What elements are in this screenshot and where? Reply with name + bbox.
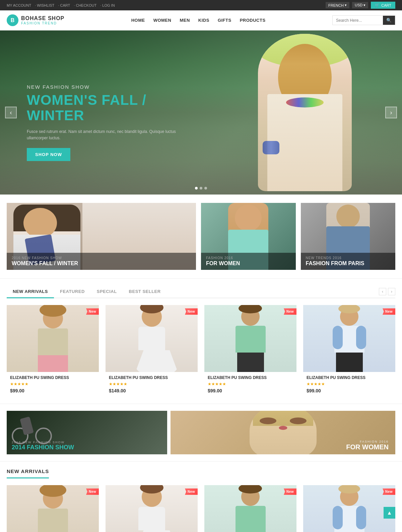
category-overlay: NEW TRENDS 2016 FASHION FROM PARIS bbox=[301, 253, 396, 270]
cart-icon: 🛒 bbox=[375, 3, 380, 7]
search-button[interactable]: 🔍 bbox=[383, 16, 395, 25]
product-info: ELIZABETH PU SWING DRESS ★★★★★ $149.00 bbox=[106, 372, 198, 397]
cart-button[interactable]: 🛒 CART bbox=[371, 2, 395, 9]
chevron-left-icon: ‹ bbox=[382, 289, 383, 294]
product-name: ELIZABETH PU SWING DRESS bbox=[10, 375, 95, 380]
product-card[interactable]: New ELIZABETH PU SWING DRESS ★★★★★ $99.0… bbox=[7, 305, 99, 397]
category-banner-paris[interactable]: NEW TRENDS 2016 FASHION FROM PARIS bbox=[301, 203, 396, 270]
product-card[interactable]: New ELIZABETH PU SWING DRESS ★★★★★ $149.… bbox=[106, 485, 198, 532]
my-account-link[interactable]: MY ACCOUNT bbox=[7, 3, 31, 7]
tab-special[interactable]: SPECIAL bbox=[91, 286, 123, 298]
new-badge: New bbox=[185, 488, 198, 495]
cart-link[interactable]: CART bbox=[60, 3, 70, 7]
product-info: ELIZABETH PU SWING DRESS ★★★★★ $99.00 bbox=[303, 372, 395, 397]
promo-sub-label: 2016 NEW FASHION SHOW bbox=[12, 441, 74, 444]
product-card[interactable]: New ELIZABETH PU SWING DRESS ★★★★★ $149.… bbox=[106, 305, 198, 397]
category-name: FASHION FROM PARIS bbox=[306, 260, 391, 267]
search-input[interactable] bbox=[333, 16, 383, 25]
product-name: ELIZABETH PU SWING DRESS bbox=[208, 375, 293, 380]
category-overlay: FASHION 2016 FOR WOMEN bbox=[201, 253, 296, 270]
scroll-to-top-button[interactable]: ▲ bbox=[384, 507, 395, 519]
nav-home[interactable]: HOME bbox=[128, 16, 148, 24]
logo[interactable]: B BOHASE SHOP FASHION TREND bbox=[7, 14, 64, 26]
slider-dot-3[interactable] bbox=[204, 187, 207, 189]
product-price: $149.00 bbox=[109, 388, 194, 393]
promo-right-title: FOR WOMEN bbox=[346, 443, 389, 451]
new-badge: New bbox=[383, 308, 395, 315]
tab-best-seller[interactable]: BEST SELLER bbox=[123, 286, 167, 298]
nav-women[interactable]: WOMEN bbox=[150, 16, 175, 24]
arrow-up-icon: ▲ bbox=[387, 510, 392, 516]
new-badge: New bbox=[185, 308, 198, 315]
category-banner-for-women[interactable]: FASHION 2016 FOR WOMEN bbox=[201, 203, 296, 270]
product-image-wrap: New bbox=[303, 305, 395, 372]
wishlist-link[interactable]: WISHLIST bbox=[37, 3, 54, 7]
product-card[interactable]: New ELIZABETH PU SWING DRESS ★★★★★ $99.0… bbox=[303, 305, 395, 397]
logo-text: BOHASE SHOP FASHION TREND bbox=[21, 15, 64, 25]
tab-next-button[interactable]: › bbox=[388, 288, 395, 295]
shop-now-button[interactable]: SHOP NOW bbox=[27, 148, 70, 161]
main-nav: HOME WOMEN MEN KIDS GIFTS PRODUCTS bbox=[128, 16, 269, 24]
header: B BOHASE SHOP FASHION TREND HOME WOMEN M… bbox=[0, 10, 402, 30]
product-image-wrap: New bbox=[204, 485, 296, 532]
slider-dots bbox=[195, 187, 207, 189]
category-year: FASHION 2016 bbox=[206, 256, 291, 260]
promo-banner-for-women[interactable]: FASHION 2016 FOR WOMEN bbox=[171, 411, 395, 454]
section-title: NEW ARRIVALS bbox=[7, 468, 49, 478]
promo-content: 2016 NEW FASHION SHOW 2014 FASHION SHOW bbox=[12, 441, 74, 451]
chevron-down-icon: ▾ bbox=[345, 3, 347, 7]
category-banner-women-fall[interactable]: 2016 NEW FASHION SHOW WOMEN'S FALL / WIN… bbox=[7, 203, 196, 270]
slider-dot-1[interactable] bbox=[195, 187, 198, 189]
chevron-down-icon: ▾ bbox=[363, 3, 365, 7]
tab-new-arrivals[interactable]: NEW ARRIVALS bbox=[7, 286, 54, 298]
slider-dot-2[interactable] bbox=[200, 187, 202, 189]
login-link[interactable]: LOG IN bbox=[102, 3, 115, 7]
promo-banner-fashion-show[interactable]: 2016 NEW FASHION SHOW 2014 FASHION SHOW bbox=[7, 411, 167, 454]
tab-prev-button[interactable]: ‹ bbox=[379, 288, 386, 295]
product-info: ELIZABETH PU SWING DRESS ★★★★★ $99.00 bbox=[204, 372, 296, 397]
chevron-left-icon: ‹ bbox=[10, 109, 12, 116]
checkout-link[interactable]: CHECKOUT bbox=[76, 3, 96, 7]
product-card[interactable]: New ELIZABETH PU SWING DRESS ★★★★★ $99.0… bbox=[204, 305, 296, 397]
product-image-wrap: New bbox=[7, 305, 99, 372]
nav-kids[interactable]: KIDS bbox=[195, 16, 213, 24]
product-info: ELIZABETH PU SWING DRESS ★★★★★ $99.00 bbox=[7, 372, 99, 397]
promo-title: 2014 FASHION SHOW bbox=[12, 444, 74, 451]
product-name: ELIZABETH PU SWING DRESS bbox=[307, 375, 392, 380]
product-price: $99.00 bbox=[10, 388, 95, 393]
product-card[interactable]: New ELIZABETH PU SWING DRESS ★★★★★ $99.0… bbox=[204, 485, 296, 532]
new-badge: New bbox=[86, 488, 99, 495]
new-badge: New bbox=[383, 488, 395, 495]
category-name: WOMEN'S FALL / WINTER bbox=[12, 260, 191, 267]
hero-title: WOMEN'S FALL / WINTER bbox=[27, 92, 194, 123]
brand-name: BOHASE SHOP bbox=[21, 15, 64, 21]
product-rating: ★★★★★ bbox=[109, 382, 194, 386]
product-name: ELIZABETH PU SWING DRESS bbox=[109, 375, 194, 380]
hero-description: Fusce sed rutrum erat. Nam sit amet dict… bbox=[27, 129, 194, 141]
promo-right-content: FASHION 2016 FOR WOMEN bbox=[346, 440, 389, 451]
nav-products[interactable]: PRODUCTS bbox=[237, 16, 269, 24]
nav-men[interactable]: MEN bbox=[176, 16, 193, 24]
top-bar-right: FRENCH ▾ USD ▾ 🛒 CART bbox=[326, 2, 395, 9]
chevron-right-icon: › bbox=[390, 109, 392, 116]
product-image-wrap: New bbox=[204, 305, 296, 372]
hero-section: NEW FASHION SHOW WOMEN'S FALL / WINTER F… bbox=[0, 30, 402, 195]
product-grid: New ELIZABETH PU SWING DRESS ★★★★★ $99.0… bbox=[7, 305, 395, 397]
product-rating: ★★★★★ bbox=[307, 382, 392, 386]
slider-next-button[interactable]: › bbox=[385, 107, 397, 119]
product-card[interactable]: New ELIZABETH PU SWING DRESS ★★★★★ $99.0… bbox=[7, 485, 99, 532]
tab-featured[interactable]: FEATURED bbox=[54, 286, 91, 298]
top-bar: MY ACCOUNT · WISHLIST · CART · CHECKOUT … bbox=[0, 0, 402, 10]
slider-prev-button[interactable]: ‹ bbox=[5, 107, 17, 119]
product-price: $99.00 bbox=[307, 388, 392, 393]
category-year: NEW TRENDS 2016 bbox=[306, 256, 391, 260]
product-card[interactable]: New ELIZABETH PU SWING DRESS ★★★★★ $99.0… bbox=[303, 485, 395, 532]
language-button[interactable]: FRENCH ▾ bbox=[326, 2, 349, 8]
category-section: 2016 NEW FASHION SHOW WOMEN'S FALL / WIN… bbox=[0, 195, 402, 278]
tab-arrows: ‹ › bbox=[379, 288, 395, 295]
product-section: NEW ARRIVALS FEATURED SPECIAL BEST SELLE… bbox=[0, 279, 402, 403]
nav-gifts[interactable]: GIFTS bbox=[214, 16, 235, 24]
promo-right-sub-label: FASHION 2016 bbox=[346, 440, 389, 443]
search-icon: 🔍 bbox=[386, 18, 392, 23]
currency-button[interactable]: USD ▾ bbox=[352, 2, 368, 8]
